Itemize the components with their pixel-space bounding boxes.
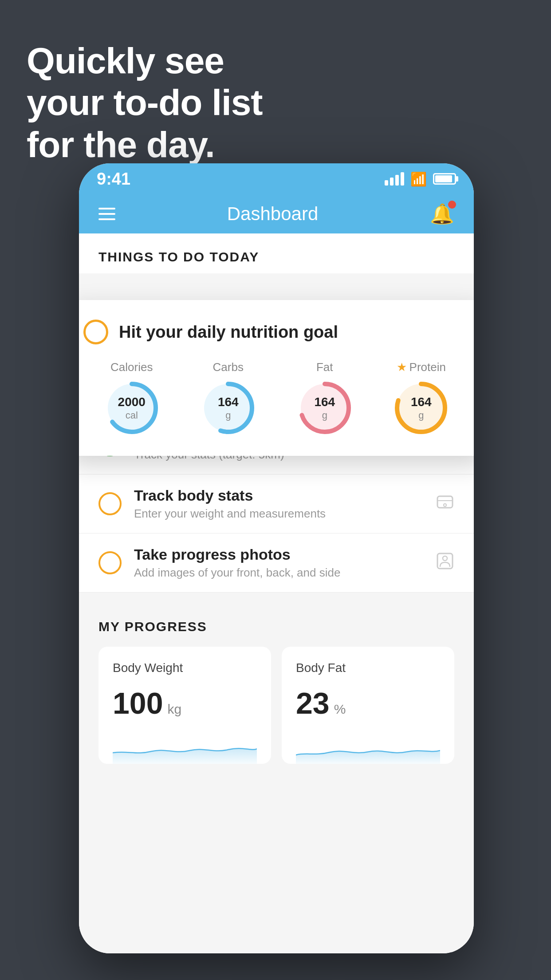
body-weight-value-row: 100 kg bbox=[113, 686, 257, 720]
todo-check-circle[interactable] bbox=[83, 320, 108, 344]
star-icon: ★ bbox=[397, 360, 407, 374]
carbs-value-container: 164 g bbox=[218, 395, 239, 421]
body-fat-chart bbox=[296, 733, 440, 764]
svg-point-12 bbox=[443, 556, 447, 561]
popup-title: Hit your daily nutrition goal bbox=[119, 323, 338, 342]
protein-value: 164 bbox=[411, 395, 432, 410]
body-weight-value: 100 bbox=[113, 686, 163, 720]
progress-cards: Body Weight 100 kg bbox=[98, 647, 454, 764]
signal-icon bbox=[385, 172, 404, 186]
protein-label: ★ Protein bbox=[397, 360, 446, 374]
fat-label: Fat bbox=[316, 360, 333, 374]
headline: Quickly see your to-do list for the day. bbox=[27, 40, 263, 166]
svg-point-10 bbox=[444, 504, 446, 506]
notification-badge bbox=[448, 201, 456, 209]
calories-value-container: 2000 cal bbox=[118, 395, 146, 421]
headline-line1: Quickly see bbox=[27, 40, 224, 81]
body-weight-card-title: Body Weight bbox=[113, 661, 257, 675]
app-body: THINGS TO DO TODAY Hit your daily nutrit… bbox=[79, 233, 474, 953]
nutrition-fat: Fat 164 g bbox=[296, 360, 353, 436]
nutrition-popup-card: Hit your daily nutrition goal Calories bbox=[79, 300, 474, 456]
todo-item-photos[interactable]: Take progress photos Add images of your … bbox=[79, 533, 474, 593]
protein-label-text: Protein bbox=[409, 360, 446, 374]
body-fat-unit: % bbox=[334, 702, 346, 717]
headline-line3: for the day. bbox=[27, 124, 215, 165]
status-icons: 📶 bbox=[385, 171, 456, 187]
calories-value: 2000 bbox=[118, 395, 146, 410]
person-icon bbox=[436, 552, 454, 574]
protein-value-container: 164 g bbox=[411, 395, 432, 421]
body-stats-check-circle bbox=[98, 492, 122, 515]
body-weight-chart bbox=[113, 733, 257, 764]
things-to-do-section-header: THINGS TO DO TODAY bbox=[79, 233, 474, 273]
body-stats-info: Track body stats Enter your weight and m… bbox=[134, 487, 423, 521]
status-time: 9:41 bbox=[97, 170, 130, 189]
header-title: Dashboard bbox=[227, 203, 318, 225]
scale-icon bbox=[436, 493, 454, 515]
protein-unit: g bbox=[411, 410, 432, 421]
body-stats-subtitle: Enter your weight and measurements bbox=[134, 507, 423, 521]
battery-icon bbox=[433, 173, 456, 185]
todo-item-body-stats[interactable]: Track body stats Enter your weight and m… bbox=[79, 474, 474, 533]
photos-subtitle: Add images of your front, back, and side bbox=[134, 566, 423, 580]
nutrition-protein: ★ Protein 164 g bbox=[393, 360, 449, 436]
calories-donut: 2000 cal bbox=[103, 379, 160, 436]
body-weight-unit: kg bbox=[167, 702, 181, 717]
photos-check-circle bbox=[98, 551, 122, 574]
body-fat-value: 23 bbox=[296, 686, 330, 720]
fat-value-container: 164 g bbox=[314, 395, 335, 421]
nutrition-circles: Calories 2000 cal bbox=[83, 360, 469, 436]
popup-title-row: Hit your daily nutrition goal bbox=[83, 320, 469, 344]
protein-donut: 164 g bbox=[393, 379, 449, 436]
headline-line2: your to-do list bbox=[27, 82, 263, 122]
body-fat-card[interactable]: Body Fat 23 % bbox=[282, 647, 454, 764]
fat-donut: 164 g bbox=[296, 379, 353, 436]
wifi-icon: 📶 bbox=[410, 171, 427, 187]
photos-info: Take progress photos Add images of your … bbox=[134, 546, 423, 580]
phone-frame: 9:41 📶 Dashboard 🔔 THINGS TO DO TODAY bbox=[79, 163, 474, 953]
calories-unit: cal bbox=[118, 410, 146, 421]
carbs-donut: 164 g bbox=[200, 379, 256, 436]
nutrition-carbs: Carbs 164 g bbox=[200, 360, 256, 436]
notification-button[interactable]: 🔔 bbox=[430, 202, 454, 225]
carbs-value: 164 bbox=[218, 395, 239, 410]
body-weight-card[interactable]: Body Weight 100 kg bbox=[98, 647, 271, 764]
body-fat-value-row: 23 % bbox=[296, 686, 440, 720]
menu-button[interactable] bbox=[98, 208, 115, 220]
nutrition-calories: Calories 2000 cal bbox=[103, 360, 160, 436]
status-bar: 9:41 📶 bbox=[79, 163, 474, 194]
photos-title: Take progress photos bbox=[134, 546, 423, 563]
carbs-label: Carbs bbox=[213, 360, 244, 374]
app-header: Dashboard 🔔 bbox=[79, 194, 474, 233]
calories-label: Calories bbox=[110, 360, 153, 374]
carbs-unit: g bbox=[218, 410, 239, 421]
fat-value: 164 bbox=[314, 395, 335, 410]
body-fat-card-title: Body Fat bbox=[296, 661, 440, 675]
fat-unit: g bbox=[314, 410, 335, 421]
body-stats-title: Track body stats bbox=[134, 487, 423, 504]
section-title: THINGS TO DO TODAY bbox=[98, 249, 259, 264]
progress-section: MY PROGRESS Body Weight 100 kg bbox=[79, 619, 474, 764]
progress-section-title: MY PROGRESS bbox=[98, 619, 454, 634]
